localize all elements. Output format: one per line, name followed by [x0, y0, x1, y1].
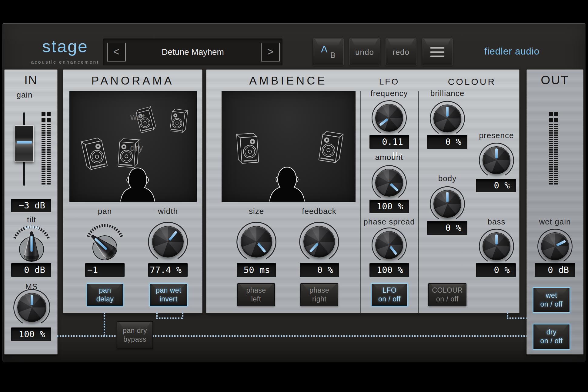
- lfo-amount-knob[interactable]: [371, 165, 407, 201]
- pan-label: pan: [81, 207, 129, 216]
- colour-title: COLOUR: [442, 77, 502, 87]
- feedback-label: feedback: [295, 207, 343, 216]
- dry-onoff-button[interactable]: dryon / off: [533, 324, 570, 350]
- phase-spread-label: phase spread: [362, 217, 416, 227]
- panorama-visualization: wet dry: [69, 91, 197, 202]
- output-meter-left: [549, 112, 553, 184]
- feedback-value: 0 %: [300, 263, 339, 277]
- panorama-title: PANORAMA: [63, 75, 202, 87]
- bass-value: 0 %: [476, 263, 516, 277]
- gain-label: gain: [6, 90, 43, 100]
- size-label: size: [232, 207, 281, 216]
- preset-prev-button[interactable]: <: [107, 43, 126, 61]
- size-knob[interactable]: [236, 221, 277, 262]
- input-meter-right: [47, 112, 51, 184]
- input-gain-fader[interactable]: [15, 125, 34, 162]
- routing-line-wet-bridge: [156, 317, 183, 319]
- phase-spread-value: 100 %: [369, 263, 409, 277]
- dry-label: dry: [119, 143, 155, 153]
- preset-name[interactable]: Detune Mayhem: [128, 39, 258, 65]
- input-panel: IN gain −3 dB tilt 0 dB: [4, 69, 58, 354]
- width-value: 77.4 %: [148, 263, 188, 277]
- lfo-frequency-value: 0.11 Hz: [369, 135, 409, 149]
- wet-onoff-button[interactable]: weton / off: [533, 287, 570, 313]
- ambience-panel: AMBIENCE LFO COLOUR size feedback 50 ms …: [206, 69, 520, 313]
- presence-label: presence: [472, 131, 521, 140]
- hamburger-icon: [430, 47, 444, 57]
- ms-knob[interactable]: [13, 289, 51, 326]
- brand-logo: fiedler audio: [455, 46, 540, 57]
- input-title: IN: [5, 73, 57, 87]
- ab-a-label: A: [321, 44, 327, 55]
- brilliance-knob[interactable]: [429, 101, 465, 136]
- preset-next-button[interactable]: >: [261, 43, 280, 61]
- lfo-amount-value: 100 %: [369, 200, 409, 213]
- redo-label: redo: [386, 47, 416, 57]
- undo-label: undo: [349, 47, 380, 57]
- pan-dry-bypass-button[interactable]: pan drybypass: [117, 321, 153, 349]
- input-gain-value: −3 dB: [11, 199, 51, 212]
- lfo-divider: [360, 91, 361, 313]
- output-panel: OUT wet gain 0 dB weton / off dryon / of…: [526, 69, 583, 354]
- plugin-window: stage acoustic enhancement < Detune Mayh…: [0, 0, 588, 392]
- feedback-knob[interactable]: [299, 221, 339, 262]
- app-logo: stage: [32, 36, 99, 56]
- pan-wet-invert-button[interactable]: pan wetinvert: [149, 283, 188, 306]
- routing-line-out-bridge: [507, 317, 526, 319]
- panorama-panel: PANORAMA wet dry pan width: [63, 69, 202, 313]
- wet-label: wet: [119, 112, 156, 122]
- pan-value: −1: [85, 263, 125, 277]
- routing-line-pan-delay: [104, 313, 105, 337]
- ab-b-label: B: [330, 51, 336, 60]
- tilt-knob[interactable]: [9, 221, 54, 267]
- pan-knob[interactable]: [82, 220, 128, 265]
- body-value: 0 %: [427, 221, 467, 235]
- lfo-frequency-knob[interactable]: [371, 100, 407, 136]
- output-title: OUT: [527, 73, 583, 87]
- presence-knob[interactable]: [479, 142, 514, 178]
- phase-spread-knob[interactable]: [371, 227, 407, 263]
- menu-button[interactable]: [422, 38, 453, 65]
- colour-onoff-button[interactable]: COLOURon / off: [428, 283, 466, 306]
- body-label: body: [423, 174, 472, 183]
- ms-value: 100 %: [11, 327, 51, 341]
- redo-button[interactable]: redo: [386, 38, 416, 65]
- routing-line-wet-in: [182, 313, 183, 319]
- colour-divider: [418, 91, 419, 313]
- bass-knob[interactable]: [479, 228, 514, 264]
- phase-left-button[interactable]: phaseleft: [237, 283, 275, 306]
- input-meter-left: [42, 112, 45, 184]
- amount-label: amount: [365, 153, 413, 162]
- app-tagline: acoustic enhancement: [29, 59, 102, 65]
- wet-gain-label: wet gain: [531, 217, 579, 227]
- size-value: 50 ms: [237, 263, 276, 277]
- brilliance-value: 0 %: [427, 135, 467, 149]
- output-meter-right: [554, 112, 558, 184]
- presence-value: 0 %: [476, 179, 516, 192]
- brilliance-label: brilliance: [423, 89, 472, 98]
- lfo-title: LFO: [365, 77, 413, 87]
- frequency-label: frequency: [365, 89, 413, 98]
- phase-right-button[interactable]: phaseright: [300, 283, 338, 306]
- width-knob[interactable]: [148, 221, 188, 262]
- lfo-onoff-button[interactable]: LFOon / off: [371, 283, 408, 306]
- bass-label: bass: [472, 217, 521, 227]
- width-label: width: [144, 207, 192, 216]
- fader-indicator: [17, 141, 32, 144]
- undo-button[interactable]: undo: [349, 38, 380, 65]
- wet-gain-knob[interactable]: [537, 228, 573, 264]
- speaker-scene: [222, 91, 355, 201]
- ambience-title: AMBIENCE: [228, 75, 349, 87]
- body-knob[interactable]: [429, 186, 465, 222]
- tilt-value: 0 dB: [11, 263, 51, 277]
- pan-delay-button[interactable]: pandelay: [87, 283, 123, 306]
- wet-gain-value: 0 dB: [535, 263, 575, 277]
- ab-compare-button[interactable]: A B: [313, 38, 344, 65]
- preset-browser: < Detune Mayhem >: [103, 38, 282, 65]
- ambience-visualization: [222, 91, 356, 202]
